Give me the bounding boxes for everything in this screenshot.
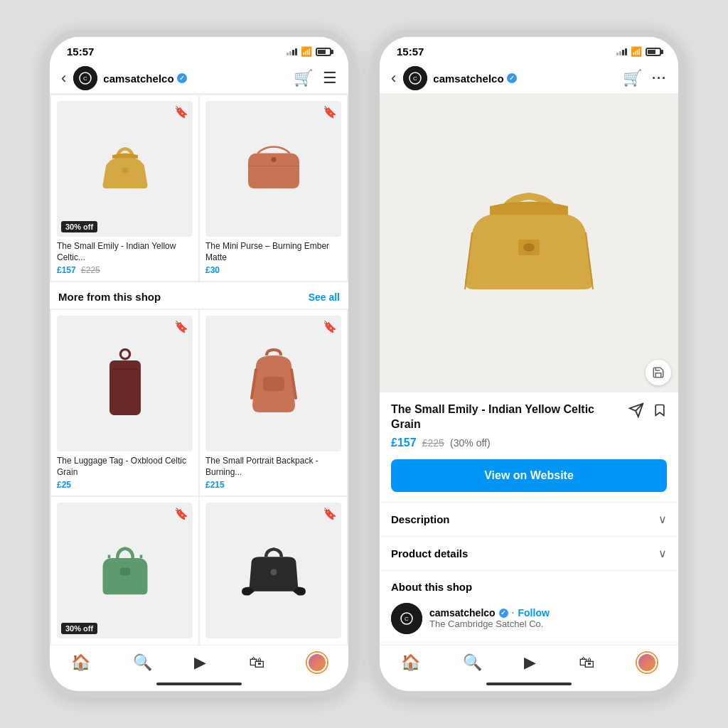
profile-avatar-right: C — [403, 66, 427, 90]
yellow-bag-svg — [93, 137, 157, 201]
status-icons-right: 📶 — [616, 46, 661, 57]
svg-text:C: C — [413, 75, 417, 82]
svg-rect-7 — [263, 377, 284, 391]
detail-price-row: £157 £225 (30% off) — [391, 437, 667, 449]
view-website-button[interactable]: View on Website — [391, 459, 667, 492]
see-all-button[interactable]: See all — [309, 291, 340, 303]
cart-icon-right[interactable]: 🛒 — [623, 69, 642, 87]
product-details-chevron: ∨ — [658, 547, 667, 560]
svg-point-13 — [523, 243, 535, 252]
save-product-button[interactable] — [646, 360, 671, 385]
coral-purse-svg — [242, 137, 306, 201]
product-details-section: Product details ∨ — [380, 536, 678, 570]
svg-text:C: C — [83, 75, 87, 82]
profile-avatar-thumb-right — [637, 653, 657, 673]
username-left: camsatchelco — [103, 73, 294, 85]
nav-profile-left[interactable] — [307, 653, 327, 673]
product-details-header[interactable]: Product details ∨ — [391, 547, 667, 560]
home-indicator-right — [380, 677, 678, 691]
svg-point-3 — [271, 156, 276, 161]
menu-icon-left[interactable]: ☰ — [323, 69, 337, 87]
svg-rect-2 — [122, 168, 128, 173]
product-image-1 — [57, 101, 193, 237]
product-card-3[interactable]: 🔖 The Luggage Tag - Oxblood Celtic Grain… — [51, 310, 198, 496]
nav-profile-right[interactable] — [637, 653, 657, 673]
shop-username: camsatchelco — [429, 607, 496, 619]
battery-icon — [316, 48, 331, 56]
description-section-header[interactable]: Description ∨ — [391, 513, 667, 526]
time-right: 15:57 — [397, 46, 424, 58]
product-card-4[interactable]: 🔖 The Small Portrait Backpack - Burning.… — [200, 310, 347, 496]
more-icon-right[interactable]: ··· — [652, 71, 667, 86]
right-phone: 15:57 📶 ‹ C — [373, 30, 685, 698]
discount-label: (30% off) — [450, 437, 491, 449]
product-image-4 — [205, 316, 341, 451]
bottom-nav-right: 🏠 🔍 ▶ 🛍 — [380, 645, 678, 677]
shop-description: The Cambridge Satchel Co. — [429, 619, 667, 629]
nav-bar-right: ‹ C camsatchelco 🛒 ··· — [380, 60, 678, 94]
bookmark-icon-4[interactable]: 🔖 — [323, 320, 337, 333]
product-image-wrap-5: 30% off 🔖 — [57, 503, 193, 638]
nav-reels-right[interactable]: ▶ — [524, 653, 536, 672]
more-products: 🔖 The Luggage Tag - Oxblood Celtic Grain… — [50, 309, 348, 645]
bookmark-icon-5[interactable]: 🔖 — [174, 507, 188, 520]
bottom-nav-left: 🏠 🔍 ▶ 🛍 — [50, 645, 348, 677]
product-card-6[interactable]: 🔖 — [200, 497, 347, 645]
nav-search-left[interactable]: 🔍 — [133, 653, 152, 672]
description-title: Description — [391, 513, 450, 525]
svg-point-9 — [270, 569, 277, 575]
description-section: Description ∨ — [380, 502, 678, 536]
product-details-title: Product details — [391, 547, 468, 560]
send-icon[interactable] — [628, 402, 644, 422]
nav-bar-left: ‹ C camsatchelco 🛒 ☰ — [50, 60, 348, 94]
bookmark-icon-2[interactable]: 🔖 — [323, 105, 337, 119]
product-name-1: The Small Emily - Indian Yellow Celtic..… — [57, 241, 193, 263]
product-price-4: £215 — [205, 480, 341, 490]
more-section-title: More from this shop — [58, 291, 161, 303]
verified-badge-right — [507, 73, 517, 83]
product-image-6 — [205, 503, 341, 638]
backpack-svg — [242, 348, 306, 419]
product-image-wrap-6: 🔖 — [205, 503, 341, 638]
product-name-2: The Mini Purse – Burning Ember Matte — [205, 241, 341, 263]
nav-shop-right[interactable]: 🛍 — [579, 653, 594, 672]
product-image-2 — [205, 101, 341, 237]
home-indicator-left — [50, 677, 348, 691]
shop-info: camsatchelco · Follow The Cambridge Satc… — [429, 607, 667, 629]
nav-actions-right: 🛒 ··· — [623, 69, 667, 87]
bookmark-icon-6[interactable]: 🔖 — [323, 507, 337, 520]
about-shop-section: About this shop — [380, 570, 678, 593]
product-card-2[interactable]: 🔖 The Mini Purse – Burning Ember Matte £… — [200, 95, 347, 281]
bookmark-icon-1[interactable]: 🔖 — [174, 105, 188, 119]
product-image-5 — [57, 503, 193, 638]
bookmark-icon-detail[interactable] — [653, 402, 667, 422]
signal-icon-right — [616, 48, 627, 55]
bookmark-icon-3[interactable]: 🔖 — [174, 320, 188, 333]
right-content: The Small Emily - Indian Yellow Celtic G… — [380, 94, 678, 645]
svg-point-5 — [120, 349, 129, 358]
cart-icon-left[interactable]: 🛒 — [294, 69, 313, 87]
nav-reels-left[interactable]: ▶ — [194, 653, 206, 672]
nav-shop-left[interactable]: 🛍 — [249, 653, 264, 672]
more-section-header: More from this shop See all — [50, 282, 348, 309]
detail-product-title: The Small Emily - Indian Yellow Celtic G… — [391, 402, 621, 432]
follow-button[interactable]: Follow — [518, 607, 550, 619]
product-card-5[interactable]: 30% off 🔖 — [51, 497, 198, 645]
nav-search-right[interactable]: 🔍 — [463, 653, 482, 672]
shop-name-row: camsatchelco · Follow — [429, 607, 667, 619]
back-button-left[interactable]: ‹ — [61, 69, 66, 87]
nav-actions-left: 🛒 ☰ — [294, 69, 337, 87]
detail-price-original: £225 — [422, 437, 444, 449]
signal-icon — [287, 48, 297, 55]
nav-home-right[interactable]: 🏠 — [401, 653, 420, 672]
featured-products: 30% off 🔖 The Small Emily - Indian Yello… — [50, 94, 348, 282]
main-product-image — [380, 94, 678, 392]
username-right: camsatchelco — [433, 73, 623, 85]
product-image-3 — [57, 316, 193, 451]
product-card-1[interactable]: 30% off 🔖 The Small Emily - Indian Yello… — [51, 95, 198, 281]
discount-badge-1: 30% off — [61, 221, 97, 232]
profile-avatar-left: C — [73, 66, 97, 90]
product-image-wrap-3: 🔖 — [57, 316, 193, 451]
back-button-right[interactable]: ‹ — [391, 69, 396, 87]
nav-home-left[interactable]: 🏠 — [71, 653, 90, 672]
